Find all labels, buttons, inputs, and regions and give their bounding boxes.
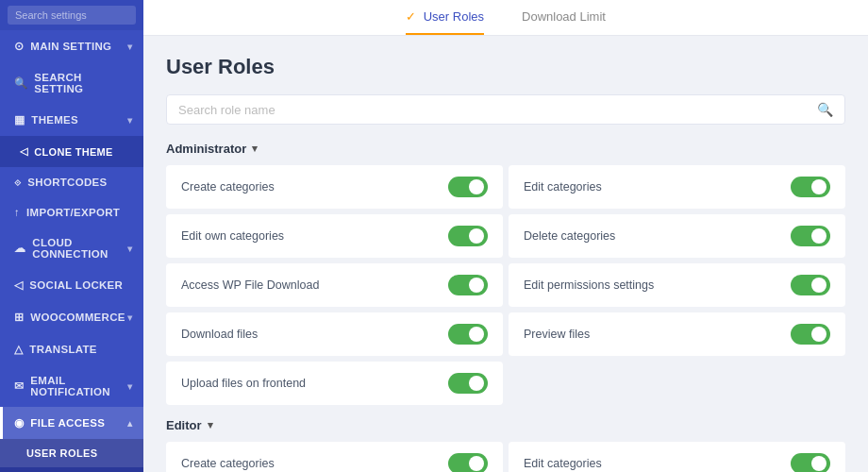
social-icon: ◁ <box>14 278 23 292</box>
sidebar-label-main-setting: MAIN SETTING <box>30 41 111 52</box>
sidebar-item-clone-theme[interactable]: ◁ CLONE THEME <box>0 136 143 167</box>
sidebar-label-themes: THEMES <box>31 114 78 126</box>
sidebar-item-shortcodes[interactable]: ⟐ SHORTCODES <box>0 167 143 197</box>
administrator-label: Administrator <box>166 142 246 156</box>
import-export-icon: ↑ <box>14 207 20 218</box>
sidebar-item-themes[interactable]: ▦ THEMES ▾ <box>0 104 143 136</box>
sidebar-item-import-export[interactable]: ↑ IMPORT/EXPORT <box>0 197 143 228</box>
toggle-edit-own-categories[interactable] <box>448 226 488 246</box>
administrator-chevron-icon[interactable]: ▾ <box>252 143 258 155</box>
main-content: ✓ User Roles Download Limit User Roles 🔍… <box>143 0 868 472</box>
sidebar-label-translate: TRANSLATE <box>29 344 96 355</box>
perm-label-delete-categories: Delete categories <box>524 229 615 243</box>
perm-access-wp-file-download: Access WP File Download <box>166 263 503 307</box>
perm-label-edit-own-categories: Edit own categories <box>181 229 284 243</box>
toggle-create-categories[interactable] <box>448 177 488 197</box>
themes-icon: ▦ <box>14 113 25 126</box>
role-search-bar: 🔍 <box>166 94 845 125</box>
search-icon: 🔍 <box>817 102 833 117</box>
file-access-icon: ◉ <box>14 416 24 430</box>
toggle-access-wp-file-download[interactable] <box>448 275 488 295</box>
check-icon: ✓ <box>406 9 416 24</box>
perm-create-categories: Create categories <box>166 165 503 209</box>
content-area: User Roles 🔍 Administrator ▾ Create cate… <box>143 36 868 472</box>
sidebar-label-woocommerce: WOOCOMMERCE <box>30 312 125 323</box>
editor-chevron-icon[interactable]: ▾ <box>208 419 213 431</box>
sidebar-item-translate[interactable]: △ TRANSLATE <box>0 333 143 365</box>
perm-upload-files-on-frontend: Upload files on frontend <box>166 362 503 405</box>
sidebar-search-container <box>0 0 143 30</box>
toggle-editor-edit-categories[interactable] <box>791 453 830 472</box>
perm-label-editor-create-categories: Create categories <box>181 457 275 470</box>
sidebar-item-main-setting[interactable]: ⊙ MAIN SETTING ▾ <box>0 30 143 62</box>
administrator-section-header: Administrator ▾ <box>166 142 845 156</box>
sidebar-item-search-setting[interactable]: 🔍 SEARCH SETTING <box>0 62 143 104</box>
sidebar: ⊙ MAIN SETTING ▾ 🔍 SEARCH SETTING ▦ THEM… <box>0 0 143 472</box>
sidebar-label-social-locker: SOCIAL LOCKER <box>29 279 123 291</box>
tabs-bar: ✓ User Roles Download Limit <box>143 0 868 36</box>
sidebar-item-email-notification[interactable]: ✉ EMAIL NOTIFICATION ▾ <box>0 365 143 407</box>
perm-edit-own-categories: Edit own categories <box>166 214 503 258</box>
sidebar-label-file-access: FILE ACCESS <box>30 417 105 429</box>
perm-label-edit-categories: Edit categories <box>524 180 602 194</box>
perm-label-preview-files: Preview files <box>524 328 590 341</box>
toggle-preview-files[interactable] <box>791 324 830 345</box>
role-search-input[interactable] <box>178 103 817 117</box>
perm-edit-permissions-settings: Edit permissions settings <box>509 263 845 307</box>
perm-label-create-categories: Create categories <box>181 180 275 194</box>
perm-label-access-wp-file-download: Access WP File Download <box>181 278 319 292</box>
sidebar-sub-item-user-roles[interactable]: USER ROLES <box>0 439 143 467</box>
sidebar-label-clone-theme: CLONE THEME <box>34 146 112 158</box>
sidebar-item-woocommerce[interactable]: ⊞ WOOCOMMERCE ▾ <box>0 301 143 333</box>
perm-delete-categories: Delete categories <box>509 214 845 258</box>
perm-editor-edit-categories: Edit categories <box>509 442 845 472</box>
tab-download-limit[interactable]: Download Limit <box>522 0 606 35</box>
perm-label-editor-edit-categories: Edit categories <box>524 457 602 470</box>
editor-permissions-grid: Create categories Edit categories Edit o… <box>166 442 845 472</box>
email-icon: ✉ <box>14 379 24 393</box>
search-nav-icon: 🔍 <box>14 76 27 90</box>
sidebar-label-shortcodes: SHORTCODES <box>27 177 107 188</box>
toggle-download-files[interactable] <box>448 324 488 345</box>
chevron-icon-email: ▾ <box>127 381 132 392</box>
perm-label-upload-files-on-frontend: Upload files on frontend <box>181 377 306 390</box>
home-icon: ⊙ <box>14 40 24 53</box>
translate-icon: △ <box>14 343 23 356</box>
chevron-icon-cloud: ▾ <box>127 244 132 254</box>
shortcodes-icon: ⟐ <box>14 177 21 188</box>
perm-label-download-files: Download files <box>181 328 258 341</box>
perm-editor-create-categories: Create categories <box>166 442 503 472</box>
chevron-icon-woo: ▾ <box>127 312 132 323</box>
tab-label-user-roles: User Roles <box>424 9 484 24</box>
toggle-edit-permissions-settings[interactable] <box>791 275 830 295</box>
sidebar-item-social-locker[interactable]: ◁ SOCIAL LOCKER <box>0 269 143 301</box>
woo-icon: ⊞ <box>14 311 24 324</box>
administrator-permissions-grid: Create categories Edit categories Edit o… <box>166 165 845 405</box>
sidebar-label-cloud-connection: CLOUD CONNECTION <box>32 237 126 260</box>
sidebar-sub-label-user-roles: USER ROLES <box>26 447 98 459</box>
sidebar-item-cloud-connection[interactable]: ☁ CLOUD CONNECTION ▾ <box>0 228 143 269</box>
sidebar-item-file-access[interactable]: ◉ FILE ACCESS ▴ <box>0 407 143 439</box>
sidebar-label-import-export: IMPORT/EXPORT <box>26 207 120 218</box>
perm-preview-files: Preview files <box>509 312 845 356</box>
toggle-edit-categories[interactable] <box>791 177 830 197</box>
toggle-upload-files-on-frontend[interactable] <box>448 373 488 394</box>
sidebar-search-input[interactable] <box>8 6 136 25</box>
tab-label-download-limit: Download Limit <box>522 9 606 24</box>
tab-user-roles[interactable]: ✓ User Roles <box>406 0 484 35</box>
chevron-icon: ▾ <box>127 42 132 52</box>
perm-edit-categories: Edit categories <box>509 165 845 209</box>
chevron-icon-file-access: ▴ <box>127 418 132 429</box>
editor-section-header: Editor ▾ <box>166 418 845 432</box>
chevron-icon-themes: ▾ <box>127 115 132 126</box>
sidebar-sub-item-download-limit[interactable]: DOWNLOAD LIMIT <box>0 467 143 472</box>
editor-label: Editor <box>166 418 202 432</box>
clone-icon: ◁ <box>20 145 27 158</box>
page-title: User Roles <box>166 55 845 79</box>
toggle-editor-create-categories[interactable] <box>448 453 488 472</box>
perm-download-files: Download files <box>166 312 503 356</box>
cloud-icon: ☁ <box>14 242 25 255</box>
sidebar-label-email-notification: EMAIL NOTIFICATION <box>30 375 126 397</box>
sidebar-label-search-setting: SEARCH SETTING <box>34 72 132 94</box>
toggle-delete-categories[interactable] <box>791 226 830 246</box>
